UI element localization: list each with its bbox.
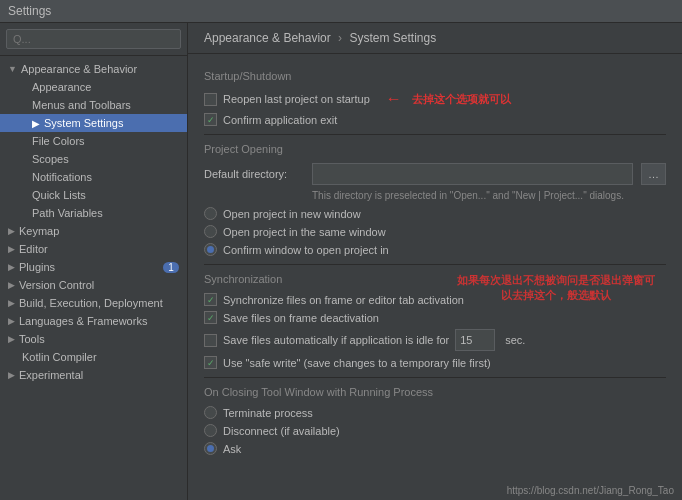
confirm-exit-row: Confirm application exit bbox=[204, 113, 666, 126]
content-area: Appearance & Behavior › System Settings … bbox=[188, 23, 682, 500]
sidebar-group-editor[interactable]: ▶ Editor bbox=[0, 240, 187, 258]
divider1 bbox=[204, 134, 666, 135]
sidebar-group-languages[interactable]: ▶ Languages & Frameworks bbox=[0, 312, 187, 330]
group-label: Appearance & Behavior bbox=[21, 63, 137, 75]
sync-section: Synchronization 如果每次退出不想被询问是否退出弹窗可以去掉这个，… bbox=[204, 273, 666, 285]
ask-row: Ask bbox=[204, 442, 666, 455]
sidebar-item-path-variables[interactable]: Path Variables bbox=[0, 204, 187, 222]
dir-hint: This directory is preselected in "Open..… bbox=[204, 190, 666, 201]
reopen-project-checkbox[interactable] bbox=[204, 93, 217, 106]
annotation-text-second: 如果每次退出不想被询问是否退出弹窗可以去掉这个，般选默认 bbox=[457, 274, 655, 301]
breadcrumb-part1: Appearance & Behavior bbox=[204, 31, 331, 45]
default-dir-label: Default directory: bbox=[204, 168, 304, 180]
default-dir-row: Default directory: … bbox=[204, 163, 666, 185]
open-same-window-row: Open project in the same window bbox=[204, 225, 666, 238]
confirm-window-row: Confirm window to open project in bbox=[204, 243, 666, 256]
expand-arrow-tools-icon: ▶ bbox=[8, 334, 15, 344]
open-new-window-radio[interactable] bbox=[204, 207, 217, 220]
sidebar-content: ▼ Appearance & Behavior Appearance Menus… bbox=[0, 56, 187, 500]
sidebar-group-appearance-behavior[interactable]: ▼ Appearance & Behavior bbox=[0, 60, 187, 78]
experimental-label: Experimental bbox=[19, 369, 83, 381]
collapse-arrow-icon: ▼ bbox=[8, 64, 17, 74]
startup-options: Reopen last project on startup ← 去掉这个选项就… bbox=[204, 90, 666, 126]
safe-write-checkbox[interactable] bbox=[204, 356, 217, 369]
open-new-window-row: Open project in new window bbox=[204, 207, 666, 220]
breadcrumb: Appearance & Behavior › System Settings bbox=[188, 23, 682, 54]
expand-arrow-vc-icon: ▶ bbox=[8, 280, 15, 290]
sidebar-item-notifications[interactable]: Notifications bbox=[0, 168, 187, 186]
save-idle-row: Save files automatically if application … bbox=[204, 329, 666, 351]
open-same-window-radio[interactable] bbox=[204, 225, 217, 238]
title-bar: Settings bbox=[0, 0, 682, 23]
sidebar-item-quick-lists[interactable]: Quick Lists bbox=[0, 186, 187, 204]
content-body: Startup/Shutdown Reopen last project on … bbox=[188, 54, 682, 472]
sidebar-group-experimental[interactable]: ▶ Experimental bbox=[0, 366, 187, 384]
ask-radio[interactable] bbox=[204, 442, 217, 455]
expand-arrow-plugins-icon: ▶ bbox=[8, 262, 15, 272]
sidebar-group-build[interactable]: ▶ Build, Execution, Deployment bbox=[0, 294, 187, 312]
save-idle-label: Save files automatically if application … bbox=[223, 334, 449, 346]
terminate-row: Terminate process bbox=[204, 406, 666, 419]
disconnect-radio[interactable] bbox=[204, 424, 217, 437]
reopen-project-label: Reopen last project on startup bbox=[223, 93, 370, 105]
plugins-badge: 1 bbox=[163, 262, 179, 273]
sidebar-group-plugins[interactable]: ▶ Plugins 1 bbox=[0, 258, 187, 276]
arrow-right-icon: ▶ bbox=[32, 118, 40, 129]
safe-write-label: Use "safe write" (save changes to a temp… bbox=[223, 357, 491, 369]
save-deactivation-row: Save files on frame deactivation bbox=[204, 311, 666, 324]
divider3 bbox=[204, 377, 666, 378]
tools-label: Tools bbox=[19, 333, 45, 345]
reopen-project-row: Reopen last project on startup ← 去掉这个选项就… bbox=[204, 90, 666, 108]
confirm-window-label: Confirm window to open project in bbox=[223, 244, 389, 256]
sidebar-item-scopes[interactable]: Scopes bbox=[0, 150, 187, 168]
save-deactivation-label: Save files on frame deactivation bbox=[223, 312, 379, 324]
search-input[interactable] bbox=[6, 29, 181, 49]
search-box bbox=[0, 23, 187, 56]
save-idle-checkbox[interactable] bbox=[204, 334, 217, 347]
save-deactivation-checkbox[interactable] bbox=[204, 311, 217, 324]
sidebar-group-version-control[interactable]: ▶ Version Control bbox=[0, 276, 187, 294]
plugins-label: Plugins bbox=[19, 261, 55, 273]
sidebar-item-system-settings[interactable]: ▶System Settings bbox=[0, 114, 187, 132]
sync-frame-checkbox[interactable] bbox=[204, 293, 217, 306]
sidebar-group-tools[interactable]: ▶ Tools bbox=[0, 330, 187, 348]
sidebar-item-file-colors[interactable]: File Colors bbox=[0, 132, 187, 150]
confirm-window-radio[interactable] bbox=[204, 243, 217, 256]
expand-arrow-editor-icon: ▶ bbox=[8, 244, 15, 254]
languages-label: Languages & Frameworks bbox=[19, 315, 147, 327]
startup-section-title: Startup/Shutdown bbox=[204, 70, 666, 82]
breadcrumb-part2: System Settings bbox=[349, 31, 436, 45]
safe-write-row: Use "safe write" (save changes to a temp… bbox=[204, 356, 666, 369]
terminate-radio[interactable] bbox=[204, 406, 217, 419]
terminate-label: Terminate process bbox=[223, 407, 313, 419]
closing-tool-title: On Closing Tool Window with Running Proc… bbox=[204, 386, 666, 398]
confirm-exit-checkbox[interactable] bbox=[204, 113, 217, 126]
sidebar-item-menus-toolbars[interactable]: Menus and Toolbars bbox=[0, 96, 187, 114]
project-opening-title: Project Opening bbox=[204, 143, 666, 155]
title-label: Settings bbox=[8, 4, 51, 18]
url-footer: https://blog.csdn.net/Jiang_Rong_Tao bbox=[507, 485, 674, 496]
keymap-label: Keymap bbox=[19, 225, 59, 237]
ask-label: Ask bbox=[223, 443, 241, 455]
sidebar-group-keymap[interactable]: ▶ Keymap bbox=[0, 222, 187, 240]
vc-label: Version Control bbox=[19, 279, 94, 291]
expand-arrow-icon: ▶ bbox=[8, 226, 15, 236]
browse-button[interactable]: … bbox=[641, 163, 666, 185]
annotation-block-sync: 如果每次退出不想被询问是否退出弹窗可以去掉这个，般选默认 bbox=[456, 273, 656, 304]
idle-suffix: sec. bbox=[505, 334, 525, 346]
sync-frame-label: Synchronize files on frame or editor tab… bbox=[223, 294, 464, 306]
annotation-text-first: 去掉这个选项就可以 bbox=[412, 92, 511, 107]
idle-number-input[interactable] bbox=[455, 329, 495, 351]
open-same-window-label: Open project in the same window bbox=[223, 226, 386, 238]
content-wrapper: Startup/Shutdown Reopen last project on … bbox=[188, 54, 682, 500]
expand-arrow-lang-icon: ▶ bbox=[8, 316, 15, 326]
expand-arrow-exp-icon: ▶ bbox=[8, 370, 15, 380]
sidebar-item-kotlin[interactable]: Kotlin Compiler bbox=[0, 348, 187, 366]
disconnect-label: Disconnect (if available) bbox=[223, 425, 340, 437]
build-label: Build, Execution, Deployment bbox=[19, 297, 163, 309]
sidebar: ▼ Appearance & Behavior Appearance Menus… bbox=[0, 23, 188, 500]
default-dir-input[interactable] bbox=[312, 163, 633, 185]
breadcrumb-separator: › bbox=[338, 31, 342, 45]
sidebar-item-appearance[interactable]: Appearance bbox=[0, 78, 187, 96]
divider2 bbox=[204, 264, 666, 265]
